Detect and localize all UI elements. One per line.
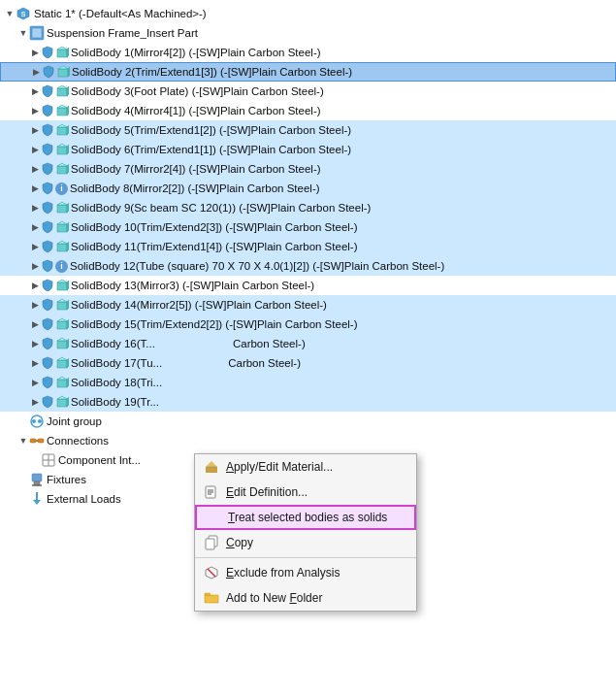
shield-icon-8: [41, 182, 54, 195]
joints-icon: [29, 414, 45, 429]
connections-label: Connections: [47, 435, 109, 447]
material-icon: [203, 458, 220, 476]
compint-label: Component Int...: [58, 454, 141, 466]
svg-marker-17: [57, 124, 67, 127]
body12-label: SolidBody 12(Tube (square) 70 X 70 X 4.0…: [70, 260, 444, 272]
shield-icon-2: [42, 65, 55, 79]
menu-item-exclude[interactable]: Exclude from Analysis: [195, 560, 416, 585]
body9-label: SolidBody 9(Sc beam SC 120(1)) (-[SW]Pla…: [71, 202, 371, 214]
shield-icon-4: [41, 104, 54, 117]
svg-marker-68: [33, 500, 41, 505]
solid-icon-17: [55, 356, 69, 370]
menu-item-edit-def[interactable]: Edit Definition...: [195, 480, 416, 505]
edit-def-label: Edit Definition...: [226, 485, 406, 499]
tree-item-body7[interactable]: ▶ SolidBody 7(Mirror2[4]) (-[SW]Plain Ca…: [0, 159, 616, 179]
svg-marker-14: [57, 105, 67, 108]
solid-icon-2: [56, 65, 70, 79]
svg-rect-10: [57, 88, 67, 96]
tree-item-body14[interactable]: ▶ SolidBody 14(Mirror2[5]) (-[SW]Plain C…: [0, 295, 616, 315]
part-icon: [29, 25, 45, 41]
svg-marker-51: [67, 378, 69, 387]
svg-marker-36: [67, 281, 69, 290]
tree-item-body11[interactable]: ▶ SolidBody 11(Trim/Extend1[4]) (-[SW]Pl…: [0, 237, 616, 256]
shield-icon-6: [41, 143, 54, 156]
svg-marker-18: [67, 125, 69, 135]
tree-item-body5[interactable]: ▶ SolidBody 5(Trim/Extend1[2]) (-[SW]Pla…: [0, 120, 616, 140]
svg-marker-38: [57, 299, 67, 302]
menu-item-apply-material[interactable]: Apply/Edit Material...: [195, 454, 416, 480]
root-label: Static 1* (-Default<As Machined>-): [34, 8, 207, 19]
body2-label: SolidBody 2(Trim/Extend1[3]) (-[SW]Plain…: [72, 66, 352, 78]
body11-label: SolidBody 11(Trim/Extend1[4]) (-[SW]Plai…: [71, 241, 358, 252]
tree-item-body10[interactable]: ▶ SolidBody 10(Trim/Extend2[3]) (-[SW]Pl…: [0, 217, 616, 237]
solid-icon-5: [55, 123, 69, 137]
tree-item-body18[interactable]: ▶ SolidBody 18(Tri...: [0, 373, 616, 392]
menu-item-treat-solids[interactable]: Treat selected bodies as solids: [195, 505, 416, 530]
svg-rect-16: [57, 127, 67, 135]
solid-icon-11: [55, 240, 69, 253]
svg-rect-43: [57, 341, 67, 348]
tree-item-connections[interactable]: ▼ Connections: [0, 431, 616, 450]
copy-label: Copy: [226, 536, 406, 549]
tree-item-body2[interactable]: ▶ SolidBody 2(Trim/Extend1[3]) (-[SW]Pla…: [0, 62, 616, 82]
svg-marker-50: [57, 377, 67, 380]
tree-item-body9[interactable]: ▶ SolidBody 9(Sc beam SC 120(1)) (-[SW]P…: [0, 198, 616, 217]
svg-marker-54: [67, 397, 69, 407]
tree-item-body12[interactable]: ▶ i SolidBody 12(Tube (square) 70 X 70 X…: [0, 256, 616, 276]
arrow-root: ▼: [4, 9, 16, 18]
svg-marker-48: [67, 358, 69, 368]
svg-marker-15: [67, 106, 69, 116]
tree-item-body13[interactable]: ▶ SolidBody 13(Mirror3) (-[SW]Plain Carb…: [0, 276, 616, 295]
tree-item-body17[interactable]: ▶ SolidBody 17(Tu... Carbon Steel-): [0, 353, 616, 373]
body16-label: SolidBody 16(T...: [71, 338, 155, 349]
tree-item-joints[interactable]: ▶ Joint group: [0, 412, 616, 431]
svg-rect-4: [57, 50, 67, 57]
apply-material-label: Apply/Edit Material...: [226, 460, 406, 474]
fixtures-icon: [29, 472, 45, 487]
body17-label: SolidBody 17(Tu...: [71, 357, 162, 369]
menu-item-copy[interactable]: Copy: [195, 530, 416, 555]
tree-item-body3[interactable]: ▶ SolidBody 3(Foot Plate) (-[SW]Plain Ca…: [0, 82, 616, 101]
arrow-body4: ▶: [29, 106, 41, 116]
svg-marker-41: [57, 318, 67, 321]
tree-item-body8[interactable]: ▶ i SolidBody 8(Mirror2[2]) (-[SW]Plain …: [0, 179, 616, 198]
shield-icon-7: [41, 162, 54, 176]
fixtures-label: Fixtures: [47, 474, 86, 485]
svg-marker-47: [57, 357, 67, 360]
svg-rect-69: [206, 467, 217, 473]
tree-item-body16[interactable]: ▶ SolidBody 16(T... Carbon Steel-): [0, 334, 616, 353]
tree-item-body1[interactable]: ▶ SolidBody 1(Mirror4[2]) (-[SW]Plain Ca…: [0, 43, 616, 62]
treat-solids-label: Treat selected bodies as solids: [228, 511, 405, 524]
svg-rect-13: [57, 108, 67, 116]
folder-icon: [203, 589, 220, 607]
compint-icon: [41, 452, 56, 468]
shield-icon-11: [41, 240, 54, 253]
svg-marker-5: [57, 47, 67, 50]
shield-icon-18: [41, 376, 54, 389]
context-menu: Apply/Edit Material... Edit Definition..…: [194, 453, 417, 612]
tree-panel: ▼ S Static 1* (-Default<As Machined>-) ▼…: [0, 0, 616, 696]
extloads-label: External Loads: [47, 493, 121, 505]
svg-marker-21: [67, 145, 69, 154]
tree-item-body4[interactable]: ▶ SolidBody 4(Mirror4[1]) (-[SW]Plain Ca…: [0, 101, 616, 120]
menu-item-add-folder[interactable]: Add to New Folder: [195, 585, 416, 611]
svg-rect-34: [57, 282, 67, 290]
body3-label: SolidBody 3(Foot Plate) (-[SW]Plain Carb…: [71, 85, 324, 97]
shield-icon-16: [41, 337, 54, 350]
shield-icon-19: [41, 395, 54, 409]
tree-item-root[interactable]: ▼ S Static 1* (-Default<As Machined>-): [0, 4, 616, 23]
body15-label: SolidBody 15(Trim/Extend2[2]) (-[SW]Plai…: [71, 318, 358, 330]
tree-item-body6[interactable]: ▶ SolidBody 6(Trim/Extend1[1]) (-[SW]Pla…: [0, 140, 616, 159]
shield-icon-13: [41, 279, 54, 292]
add-folder-label: Add to New Folder: [226, 591, 406, 605]
tree-item-part[interactable]: ▼ Suspension Frame_Insert Part: [0, 23, 616, 43]
copy-icon: [203, 534, 220, 551]
svg-line-79: [208, 569, 215, 577]
body4-label: SolidBody 4(Mirror4[1]) (-[SW]Plain Carb…: [71, 105, 321, 116]
svg-rect-28: [57, 224, 67, 232]
svg-rect-31: [57, 244, 67, 251]
tree-item-body15[interactable]: ▶ SolidBody 15(Trim/Extend2[2]) (-[SW]Pl…: [0, 315, 616, 334]
tree-item-body19[interactable]: ▶ SolidBody 19(Tr...: [0, 392, 616, 412]
svg-marker-6: [67, 48, 69, 57]
svg-marker-12: [67, 86, 69, 96]
